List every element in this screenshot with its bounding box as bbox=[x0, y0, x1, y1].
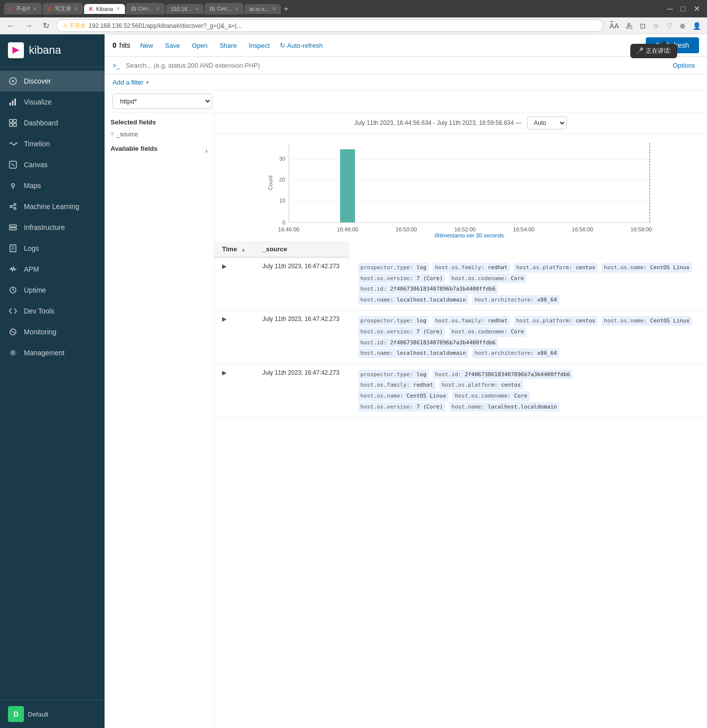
sidebar-item-maps[interactable]: Maps bbox=[0, 175, 105, 196]
inspect-button[interactable]: Inspect bbox=[247, 41, 272, 50]
source-cell-2: prospector.type: log host.os.family: red… bbox=[349, 311, 707, 364]
chart-area: 0 10 20 30 Count bbox=[222, 138, 699, 237]
security-warning: ⚠ 不安全 bbox=[63, 22, 86, 29]
interval-select[interactable]: Auto Second Minute Hour bbox=[527, 116, 567, 129]
share-button[interactable]: Share bbox=[218, 41, 239, 50]
sidebar-item-management[interactable]: Management bbox=[0, 342, 105, 363]
reader-view-button[interactable]: あ bbox=[624, 20, 635, 31]
tag: host.id: 2f4067386183407896b7a3b4400ffdb… bbox=[358, 284, 498, 294]
tag: host.os.codename: Core bbox=[452, 391, 530, 401]
sidebar-item-uptime[interactable]: Uptime bbox=[0, 280, 105, 301]
close-browser-button[interactable]: ✕ bbox=[691, 3, 703, 14]
hits-number: 0 bbox=[113, 41, 117, 49]
tab-4[interactable]: 由 Cen... ✕ bbox=[126, 3, 164, 14]
tab-6[interactable]: 由 Cen... ✕ bbox=[205, 3, 243, 14]
sidebar-footer: D Default bbox=[0, 700, 105, 728]
sidebar-item-visualize[interactable]: Visualize bbox=[0, 92, 105, 112]
row-expand-button-1[interactable]: ▶ bbox=[222, 263, 227, 270]
table-row: ▶ July 11th 2023, 16:47:42.273 prospecto… bbox=[214, 364, 707, 417]
tag: host.os.version: 7 (Core) bbox=[358, 327, 446, 337]
sidebar-item-logs[interactable]: Logs bbox=[0, 238, 105, 259]
sidebar-item-machine-learning[interactable]: Machine Learning bbox=[0, 196, 105, 217]
results-table: Time ▲ _source ▶ July 11th 2023, bbox=[214, 241, 707, 417]
svg-text:16:56:00: 16:56:00 bbox=[572, 226, 593, 232]
tab-1[interactable]: C 不会# ✕ bbox=[4, 3, 42, 14]
extensions-button[interactable]: ⊕ bbox=[678, 20, 688, 31]
sidebar-item-dev-tools[interactable]: Dev Tools bbox=[0, 301, 105, 321]
sidebar-item-dashboard[interactable]: Dashboard bbox=[0, 112, 105, 133]
add-filter-label: Add a filter bbox=[113, 79, 143, 86]
favorites-button[interactable]: ♡ bbox=[664, 20, 675, 31]
tag: prospector.type: log bbox=[358, 370, 429, 380]
available-fields-expand-button[interactable]: › bbox=[205, 147, 208, 155]
bookmark-button[interactable]: ☆ bbox=[651, 20, 661, 31]
svg-rect-17 bbox=[9, 225, 16, 227]
time-cell-2: July 11th 2023, 16:47:42.273 bbox=[254, 311, 349, 364]
table-header-row: Time ▲ _source bbox=[214, 241, 707, 257]
search-input[interactable] bbox=[126, 62, 665, 69]
sidebar-item-timelion-label: Timelion bbox=[24, 140, 50, 148]
sidebar-item-logs-label: Logs bbox=[24, 244, 39, 252]
tab-close-2[interactable]: ✕ bbox=[74, 6, 78, 11]
tag: host.name: localhost.localdomain bbox=[449, 402, 560, 412]
tag: host.os.family: redhat bbox=[433, 316, 510, 326]
tag: host.name: localhost.localdomain bbox=[358, 295, 469, 305]
sidebar-navigation: Discover Visualize Dashboard Timelion bbox=[0, 67, 105, 700]
browser-tab-bar: C 不会# ✕ C 写文章 ✕ K Kibana ✕ 由 Cen... ✕ 19… bbox=[0, 0, 707, 17]
tab-close-4[interactable]: ✕ bbox=[156, 6, 160, 11]
tab-close-7[interactable]: ✕ bbox=[272, 6, 276, 11]
add-filter-button[interactable]: Add a filter + bbox=[113, 79, 149, 86]
maximize-button[interactable]: □ bbox=[678, 3, 689, 14]
new-button[interactable]: New bbox=[138, 41, 155, 50]
source-cell-1: prospector.type: log host.os.family: red… bbox=[349, 257, 707, 311]
user-profile[interactable]: D Default bbox=[8, 706, 97, 722]
split-view-button[interactable]: ⊡ bbox=[638, 20, 648, 31]
tag: host.id: 2f4067386183407896b7a3b4400ffdb… bbox=[358, 338, 498, 348]
app-container: kibana Discover Visualize Dashboard bbox=[0, 34, 707, 728]
user-name: Default bbox=[28, 711, 48, 718]
save-button[interactable]: Save bbox=[163, 41, 182, 50]
forward-button[interactable]: → bbox=[22, 20, 36, 31]
hits-label: hits bbox=[119, 41, 130, 49]
tab-close-5[interactable]: ✕ bbox=[195, 6, 199, 11]
options-button[interactable]: Options bbox=[669, 60, 699, 71]
time-column-header: Time ▲ bbox=[214, 241, 254, 257]
ml-icon bbox=[8, 202, 18, 211]
tab-7[interactable]: at io.n... ✕ bbox=[244, 4, 281, 14]
tag: host.os.version: 7 (Core) bbox=[358, 274, 446, 284]
index-pattern-select[interactable]: httpd* logstash-* filebeat-* bbox=[113, 94, 212, 109]
reload-button[interactable]: ↻ bbox=[40, 20, 52, 31]
row-expand-button-3[interactable]: ▶ bbox=[222, 369, 227, 376]
tabs-container: C 不会# ✕ C 写文章 ✕ K Kibana ✕ 由 Cen... ✕ 19… bbox=[4, 3, 290, 14]
sidebar-item-timelion[interactable]: Timelion bbox=[0, 133, 105, 154]
tab-close-6[interactable]: ✕ bbox=[235, 6, 238, 11]
sidebar: kibana Discover Visualize Dashboard bbox=[0, 34, 105, 728]
tag: host.os.platform: centos bbox=[439, 380, 523, 390]
sidebar-item-apm[interactable]: APM bbox=[0, 259, 105, 280]
sidebar-item-discover[interactable]: Discover bbox=[0, 71, 105, 92]
translate-button[interactable]: A̅A bbox=[607, 20, 621, 31]
time-cell-1: July 11th 2023, 16:47:42.273 bbox=[254, 257, 349, 311]
main-content: 0 hits New Save Open Share Inspect ↻ Aut… bbox=[105, 34, 707, 728]
tab-2[interactable]: C 写文章 ✕ bbox=[43, 3, 83, 14]
minimize-button[interactable]: ─ bbox=[664, 3, 676, 14]
new-tab-button[interactable]: + bbox=[282, 4, 290, 13]
sidebar-item-infrastructure[interactable]: Infrastructure bbox=[0, 217, 105, 238]
tag: host.os.codename: Core bbox=[449, 327, 527, 337]
open-button[interactable]: Open bbox=[190, 41, 210, 50]
row-expand-button-2[interactable]: ▶ bbox=[222, 315, 227, 322]
address-bar[interactable]: ⚠ 不安全 192.168.136.52:5601/app/kibana#/di… bbox=[56, 19, 603, 32]
sidebar-item-canvas[interactable]: Canvas bbox=[0, 154, 105, 175]
auto-refresh-button[interactable]: ↻ Auto-refresh bbox=[280, 42, 323, 49]
tab-5[interactable]: 192.16... ✕ bbox=[166, 4, 204, 14]
time-sort-icon: ▲ bbox=[241, 247, 246, 252]
sidebar-item-monitoring[interactable]: Monitoring bbox=[0, 321, 105, 342]
sidebar-item-apm-label: APM bbox=[24, 265, 39, 273]
tab-close-1[interactable]: ✕ bbox=[33, 6, 37, 11]
tab-close-3[interactable]: ✕ bbox=[116, 6, 120, 11]
profile-button[interactable]: 👤 bbox=[691, 20, 703, 31]
fields-panel: Selected fields ? _source Available fiel… bbox=[105, 112, 214, 728]
tab-kibana[interactable]: K Kibana ✕ bbox=[84, 4, 125, 14]
back-button[interactable]: ← bbox=[4, 20, 18, 31]
url-text: 192.168.136.52:5601/app/kibana#/discover… bbox=[89, 22, 242, 29]
